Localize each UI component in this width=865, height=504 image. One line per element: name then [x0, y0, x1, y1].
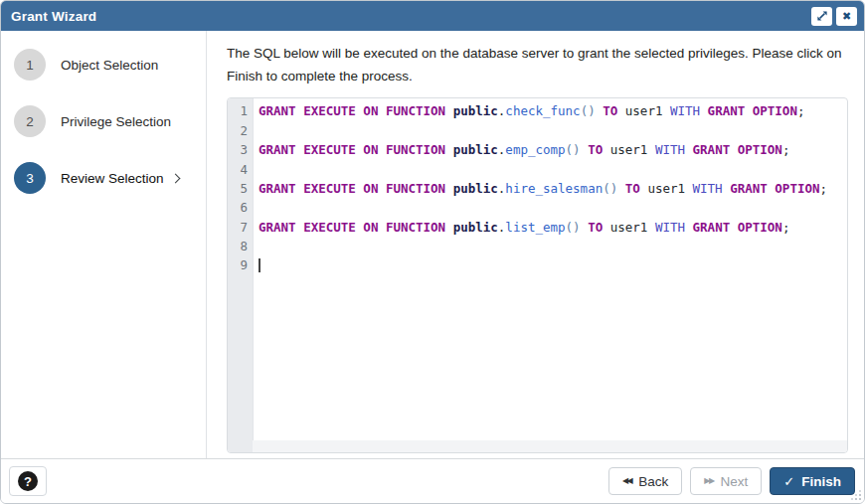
code-line[interactable]: 4: [228, 160, 847, 179]
horizontal-scrollbar[interactable]: [253, 440, 847, 452]
code-line[interactable]: 2: [228, 121, 847, 140]
wizard-step-object-selection[interactable]: 1Object Selection: [1, 49, 206, 81]
step-label: Object Selection: [61, 58, 158, 73]
line-number: 2: [228, 121, 253, 140]
code-text: GRANT EXECUTE ON FUNCTION public.emp_com…: [253, 140, 789, 159]
backward-icon: ◀◀: [622, 477, 631, 485]
line-number: 5: [228, 179, 253, 198]
review-selection-panel: The SQL below will be executed on the da…: [207, 31, 864, 458]
grant-wizard-dialog: Grant Wizard ✖ 1Object Selection2Privile…: [0, 0, 865, 504]
step-label: Privilege Selection: [61, 114, 171, 129]
code-text: [253, 121, 259, 140]
wizard-step-privilege-selection[interactable]: 2Privilege Selection: [1, 105, 206, 137]
finish-button[interactable]: ✓ Finish: [770, 467, 855, 495]
help-button[interactable]: ?: [9, 466, 47, 496]
forward-icon: ▶▶: [704, 477, 713, 485]
close-icon: ✖: [842, 11, 851, 22]
code-line[interactable]: 6: [228, 198, 847, 217]
step-label: Review Selection: [61, 171, 164, 186]
finish-button-label: Finish: [801, 474, 841, 489]
maximize-button[interactable]: [811, 7, 832, 26]
chevron-right-icon: [170, 173, 180, 183]
close-button[interactable]: ✖: [836, 7, 857, 26]
line-number: 7: [228, 218, 253, 237]
code-line[interactable]: 3GRANT EXECUTE ON FUNCTION public.emp_co…: [228, 140, 847, 159]
code-text: GRANT EXECUTE ON FUNCTION public.hire_sa…: [253, 179, 827, 198]
code-line[interactable]: 7GRANT EXECUTE ON FUNCTION public.list_e…: [228, 218, 847, 237]
line-number: 9: [228, 255, 253, 274]
line-number: 6: [228, 198, 253, 217]
sql-code-lines: 1GRANT EXECUTE ON FUNCTION public.check_…: [228, 98, 847, 275]
step-number-badge: 2: [14, 105, 46, 137]
code-line[interactable]: 9: [228, 255, 847, 274]
question-icon: ?: [18, 471, 38, 491]
resize-grip[interactable]: [851, 490, 861, 500]
code-text: GRANT EXECUTE ON FUNCTION public.list_em…: [253, 218, 789, 237]
wizard-step-review-selection[interactable]: 3Review Selection: [1, 162, 206, 194]
next-button[interactable]: ▶▶ Next: [690, 467, 762, 495]
back-button[interactable]: ◀◀ Back: [608, 467, 682, 495]
line-number: 4: [228, 160, 253, 179]
step-number-badge: 3: [14, 162, 46, 194]
back-button-label: Back: [638, 474, 668, 489]
code-text: [253, 198, 259, 217]
code-text: [253, 160, 259, 179]
line-number: 1: [228, 101, 253, 120]
code-line[interactable]: 1GRANT EXECUTE ON FUNCTION public.check_…: [228, 101, 847, 120]
wizard-steps-sidebar: 1Object Selection2Privilege Selection3Re…: [1, 31, 207, 458]
check-icon: ✓: [783, 474, 794, 489]
instruction-text: The SQL below will be executed on the da…: [227, 43, 846, 87]
code-line[interactable]: 8: [228, 237, 847, 255]
code-text: GRANT EXECUTE ON FUNCTION public.check_f…: [253, 101, 804, 120]
line-number: 3: [228, 140, 253, 159]
dialog-titlebar[interactable]: Grant Wizard ✖: [1, 1, 864, 31]
text-cursor: [259, 258, 260, 272]
sql-editor[interactable]: 1GRANT EXECUTE ON FUNCTION public.check_…: [227, 97, 848, 453]
step-number-badge: 1: [14, 49, 46, 81]
dialog-footer: ? ◀◀ Back ▶▶ Next ✓ Finish: [1, 458, 864, 503]
next-button-label: Next: [721, 474, 749, 489]
dialog-title: Grant Wizard: [11, 9, 807, 24]
expand-icon: [816, 10, 828, 22]
dialog-body: 1Object Selection2Privilege Selection3Re…: [1, 31, 864, 458]
footer-actions: ◀◀ Back ▶▶ Next ✓ Finish: [608, 467, 855, 495]
code-line[interactable]: 5GRANT EXECUTE ON FUNCTION public.hire_s…: [228, 179, 847, 198]
code-text: [253, 255, 260, 274]
line-number: 8: [228, 237, 253, 255]
code-text: [253, 237, 259, 255]
